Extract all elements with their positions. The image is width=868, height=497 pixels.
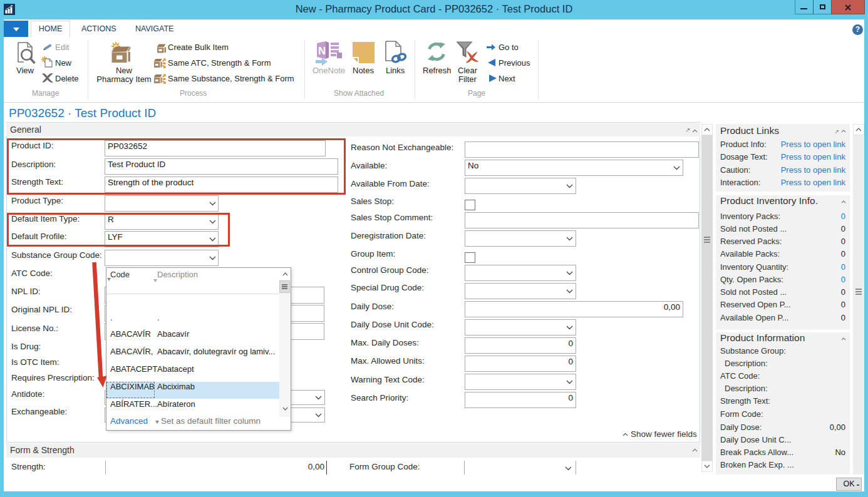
svg-text:N: N [318,45,326,57]
